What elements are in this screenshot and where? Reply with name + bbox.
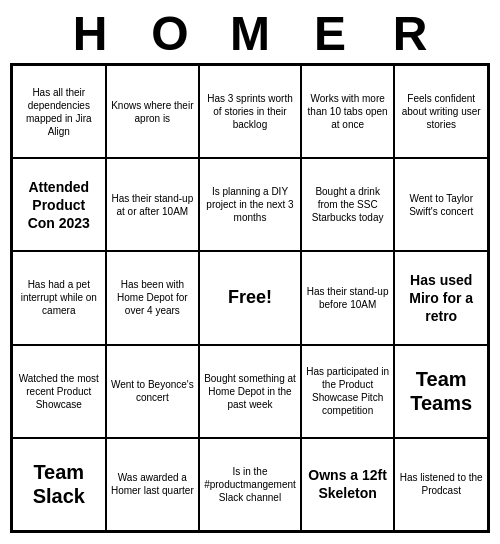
title-letter: E	[290, 6, 370, 61]
title-letter: O	[130, 6, 210, 61]
title-row: HOMER	[0, 0, 500, 63]
bingo-cell[interactable]: Team Teams	[394, 345, 488, 438]
bingo-cell[interactable]: Has their stand-up at or after 10AM	[106, 158, 200, 251]
bingo-cell[interactable]: Bought a drink from the SSC Starbucks to…	[301, 158, 395, 251]
title-letter: R	[370, 6, 450, 61]
bingo-cell[interactable]: Team Slack	[12, 438, 106, 531]
bingo-cell[interactable]: Has used Miro for a retro	[394, 251, 488, 344]
bingo-grid: Has all their dependencies mapped in Jir…	[10, 63, 490, 533]
bingo-cell[interactable]: Has listened to the Prodcast	[394, 438, 488, 531]
bingo-cell[interactable]: Was awarded a Homer last quarter	[106, 438, 200, 531]
bingo-cell[interactable]: Went to Taylor Swift's concert	[394, 158, 488, 251]
bingo-cell[interactable]: Bought something at Home Depot in the pa…	[199, 345, 301, 438]
bingo-cell[interactable]: Has 3 sprints worth of stories in their …	[199, 65, 301, 158]
bingo-cell[interactable]: Free!	[199, 251, 301, 344]
bingo-cell[interactable]: Has their stand-up before 10AM	[301, 251, 395, 344]
bingo-cell[interactable]: Feels confident about writing user stori…	[394, 65, 488, 158]
bingo-cell[interactable]: Owns a 12ft Skeleton	[301, 438, 395, 531]
bingo-cell[interactable]: Is in the #productmangement Slack channe…	[199, 438, 301, 531]
bingo-cell[interactable]: Has all their dependencies mapped in Jir…	[12, 65, 106, 158]
bingo-cell[interactable]: Has participated in the Product Showcase…	[301, 345, 395, 438]
bingo-cell[interactable]: Went to Beyonce's concert	[106, 345, 200, 438]
bingo-cell[interactable]: Is planning a DIY project in the next 3 …	[199, 158, 301, 251]
bingo-cell[interactable]: Watched the most recent Product Showcase	[12, 345, 106, 438]
title-letter: H	[50, 6, 130, 61]
title-letter: M	[210, 6, 290, 61]
bingo-cell[interactable]: Knows where their apron is	[106, 65, 200, 158]
bingo-cell[interactable]: Attended Product Con 2023	[12, 158, 106, 251]
bingo-cell[interactable]: Has had a pet interrupt while on camera	[12, 251, 106, 344]
bingo-cell[interactable]: Has been with Home Depot for over 4 year…	[106, 251, 200, 344]
bingo-cell[interactable]: Works with more than 10 tabs open at onc…	[301, 65, 395, 158]
